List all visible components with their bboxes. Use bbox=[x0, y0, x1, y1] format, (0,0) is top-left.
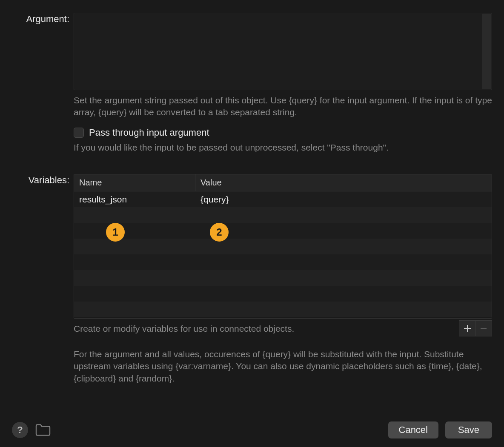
cancel-button[interactable]: Cancel bbox=[388, 421, 438, 438]
passthrough-label: Pass through input argument bbox=[89, 127, 209, 138]
table-row[interactable] bbox=[74, 302, 492, 317]
folder-icon bbox=[35, 423, 51, 437]
table-header: Name Value bbox=[74, 174, 492, 191]
argument-section: Argument: Set the argument string passed… bbox=[12, 13, 492, 154]
column-header-name[interactable]: Name bbox=[74, 174, 195, 191]
passthrough-help-text: If you would like the input to be passed… bbox=[74, 142, 492, 154]
variable-name-cell[interactable]: results_json bbox=[74, 194, 195, 205]
annotation-badge-2: 2 bbox=[210, 223, 229, 242]
minus-icon bbox=[480, 325, 487, 332]
table-row[interactable] bbox=[74, 207, 492, 223]
variables-section: Variables: Name Value results_json {quer… bbox=[12, 174, 492, 384]
passthrough-checkbox[interactable] bbox=[74, 128, 84, 138]
help-icon: ? bbox=[12, 422, 28, 438]
table-row[interactable]: results_json {query} bbox=[74, 191, 492, 207]
remove-variable-button[interactable] bbox=[475, 321, 492, 336]
table-row[interactable] bbox=[74, 270, 492, 286]
table-body: results_json {query} bbox=[74, 191, 492, 318]
help-button[interactable]: ? bbox=[12, 422, 28, 438]
scrollbar[interactable] bbox=[482, 14, 491, 89]
dialog: Argument: Set the argument string passed… bbox=[0, 0, 504, 447]
dialog-footer: ? Cancel Save bbox=[12, 414, 492, 438]
substitute-help-text: For the argument and all values, occuren… bbox=[74, 348, 492, 384]
save-button[interactable]: Save bbox=[445, 421, 492, 438]
variables-help-text: Create or modify variables for use in co… bbox=[74, 320, 455, 335]
argument-help-text: Set the argument string passed out of th… bbox=[74, 94, 492, 119]
variables-label: Variables: bbox=[12, 174, 74, 186]
argument-label: Argument: bbox=[12, 13, 74, 25]
variables-table: Name Value results_json {query} bbox=[74, 174, 492, 319]
table-row[interactable] bbox=[74, 286, 492, 302]
table-row[interactable] bbox=[74, 239, 492, 254]
folder-button[interactable] bbox=[35, 422, 51, 438]
argument-input[interactable] bbox=[74, 13, 492, 90]
add-variable-button[interactable] bbox=[459, 321, 475, 336]
table-row[interactable] bbox=[74, 254, 492, 270]
variable-value-cell[interactable]: {query} bbox=[195, 194, 492, 205]
table-row[interactable] bbox=[74, 223, 492, 239]
plus-icon bbox=[464, 325, 471, 332]
column-header-value[interactable]: Value bbox=[195, 178, 492, 188]
annotation-badge-1: 1 bbox=[106, 223, 125, 242]
